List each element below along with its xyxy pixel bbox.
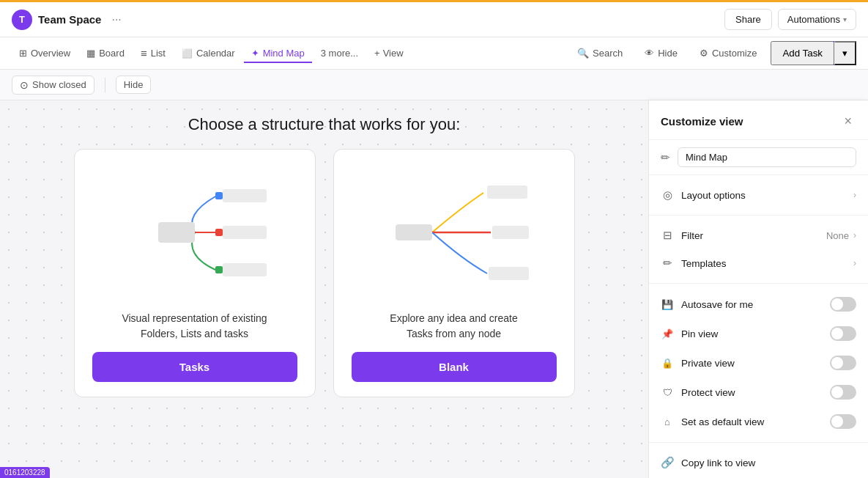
customize-button[interactable]: ⚙ Customize	[691, 43, 765, 63]
pin-icon: 📌	[661, 327, 674, 340]
tasks-card-button[interactable]: Tasks	[92, 352, 297, 382]
nav-more-button[interactable]: 3 more...	[314, 43, 366, 63]
autosave-icon: 💾	[661, 298, 674, 311]
templates-icon: ✏	[661, 257, 674, 270]
link-icon: 🔗	[661, 456, 674, 469]
add-task-main-button[interactable]: Add Task	[771, 41, 834, 65]
panel-header: Customize view ×	[649, 100, 868, 140]
add-view-button[interactable]: + View	[367, 43, 411, 63]
search-icon: 🔍	[577, 48, 589, 59]
search-button[interactable]: 🔍 Search	[569, 43, 631, 63]
mindmap-icon: ✦	[251, 48, 259, 59]
private-view-label: Private view	[681, 358, 735, 369]
copy-link-item[interactable]: 🔗 Copy link to view	[649, 449, 868, 477]
default-view-item[interactable]: ⌂ Set as default view	[649, 407, 868, 436]
copy-link-label: Copy link to view	[681, 457, 755, 468]
ellipsis-button[interactable]: ···	[107, 10, 125, 29]
add-task-dropdown-button[interactable]: ▾	[834, 41, 856, 65]
pin-view-toggle[interactable]	[830, 326, 856, 341]
share-button[interactable]: Share	[724, 9, 772, 30]
panel-close-button[interactable]: ×	[839, 112, 856, 130]
panel-section-actions: 🔗 Copy link to view ☆ Add to favorites ↗…	[649, 443, 868, 478]
blank-card-description: Explore any idea and createTasks from an…	[390, 311, 517, 342]
pencil-icon: ✏	[661, 151, 670, 164]
blank-card-button[interactable]: Blank	[352, 352, 557, 382]
customize-panel: Customize view × ✏ ◎ Layout options ›	[648, 100, 868, 478]
top-accent-bar	[0, 0, 868, 2]
main-content: Choose a structure that works for you:	[0, 100, 868, 478]
panel-section-layout: ◎ Layout options ›	[649, 175, 868, 216]
protect-view-label: Protect view	[681, 387, 735, 398]
private-view-item[interactable]: 🔒 Private view	[649, 348, 868, 378]
canvas-area: Choose a structure that works for you:	[0, 100, 648, 478]
lock-icon: 🔒	[661, 356, 674, 369]
nav-item-overview[interactable]: ⊞ Overview	[12, 43, 78, 63]
filter-chevron-icon: ›	[853, 230, 856, 240]
layout-options-label: Layout options	[681, 190, 746, 201]
svg-rect-1	[223, 189, 267, 202]
plus-icon: +	[374, 48, 380, 59]
svg-rect-10	[489, 267, 529, 280]
toolbar: ⊙ Show closed Hide	[0, 70, 868, 100]
choose-title: Choose a structure that works for you:	[188, 115, 461, 134]
nav-item-calendar[interactable]: ⬜ Calendar	[174, 43, 242, 63]
automations-button[interactable]: Automations ▾	[778, 9, 856, 30]
svg-rect-8	[487, 185, 527, 199]
protect-view-toggle[interactable]	[830, 385, 856, 400]
protect-view-item[interactable]: 🛡 Protect view	[649, 378, 868, 407]
home-icon: ⌂	[661, 415, 674, 428]
team-space-avatar: T	[12, 10, 32, 30]
top-bar: T Team Space ··· Share Automations ▾	[0, 2, 868, 37]
blank-card-visual	[359, 167, 549, 299]
hide-toolbar-button[interactable]: Hide	[116, 76, 152, 94]
panel-section-toggles: 💾 Autosave for me 📌 Pin view	[649, 284, 868, 443]
tasks-card-visual	[100, 167, 290, 299]
layout-icon: ◎	[661, 188, 674, 202]
nav-item-mindmap[interactable]: ✦ Mind Map	[244, 43, 312, 63]
mindmap-name-input[interactable]	[678, 147, 856, 167]
panel-title: Customize view	[661, 115, 743, 128]
svg-rect-5	[215, 229, 223, 236]
default-view-toggle[interactable]	[830, 414, 856, 429]
hide-button[interactable]: 👁 Hide	[637, 43, 686, 63]
panel-section-filter: ⊟ Filter None › ✏ Templates ›	[649, 216, 868, 284]
layout-options-item[interactable]: ◎ Layout options ›	[649, 181, 868, 209]
team-space-label: Team Space	[38, 13, 101, 26]
toolbar-divider	[105, 78, 105, 92]
shield-icon: 🛡	[661, 386, 674, 399]
svg-rect-9	[492, 226, 529, 239]
svg-rect-6	[215, 266, 223, 273]
svg-rect-3	[223, 263, 267, 276]
filter-item[interactable]: ⊟ Filter None ›	[649, 221, 868, 249]
add-task-button-group: Add Task ▾	[771, 41, 856, 65]
templates-chevron-icon: ›	[853, 258, 856, 268]
autosave-toggle[interactable]	[830, 297, 856, 312]
templates-label: Templates	[681, 258, 727, 269]
svg-rect-7	[396, 224, 432, 240]
hide-icon: 👁	[645, 48, 654, 59]
pin-view-item[interactable]: 📌 Pin view	[649, 319, 868, 348]
tasks-structure-card: Visual representation of existingFolders…	[74, 149, 316, 397]
show-closed-button[interactable]: ⊙ Show closed	[12, 76, 94, 95]
nav-item-board[interactable]: ▦ Board	[79, 43, 132, 63]
autosave-item[interactable]: 💾 Autosave for me	[649, 290, 868, 319]
tasks-card-description: Visual representation of existingFolders…	[122, 311, 267, 342]
automations-label: Automations	[787, 14, 840, 25]
filter-icon: ⊟	[661, 229, 674, 242]
gear-icon: ⚙	[700, 48, 708, 59]
svg-rect-0	[158, 222, 195, 243]
overview-icon: ⊞	[19, 48, 27, 59]
cards-row: Visual representation of existingFolders…	[0, 149, 648, 397]
bottom-badge: 0161203228	[0, 467, 50, 478]
chevron-down-icon: ▾	[843, 15, 847, 23]
templates-item[interactable]: ✏ Templates ›	[649, 249, 868, 277]
filter-none-value: None	[826, 230, 849, 241]
calendar-icon: ⬜	[182, 48, 193, 59]
panel-mindmap-row: ✏	[649, 140, 868, 175]
show-closed-icon: ⊙	[20, 79, 29, 91]
svg-rect-4	[215, 192, 223, 199]
private-view-toggle[interactable]	[830, 356, 856, 370]
nav-item-list[interactable]: ≡ List	[133, 43, 173, 64]
layout-chevron-icon: ›	[853, 190, 856, 200]
chevron-down-icon: ▾	[842, 48, 847, 59]
